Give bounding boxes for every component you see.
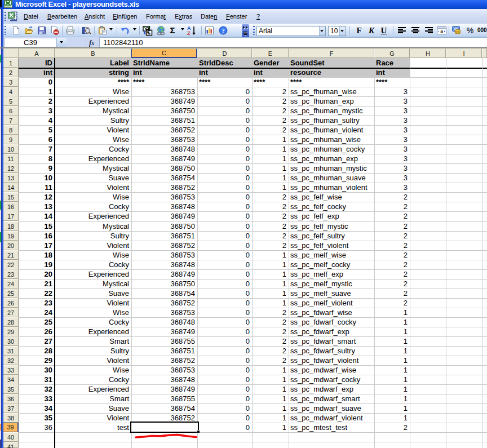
svg-text:Z: Z (187, 30, 191, 36)
svg-text:€: € (147, 29, 150, 36)
svg-text:?: ? (222, 27, 225, 34)
svg-text:a: a (440, 28, 443, 34)
